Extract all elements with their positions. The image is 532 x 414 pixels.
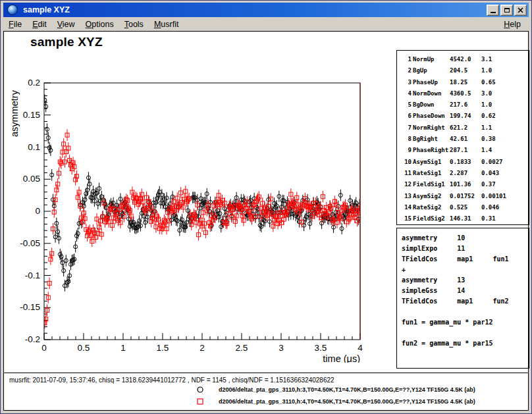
parameter-name: PhaseRight xyxy=(413,145,448,156)
theory-line: asymmetry 13 xyxy=(402,275,529,286)
parameter-error: 0.00101 xyxy=(481,191,529,202)
menu-items: FileEditViewOptionsToolsMusrfit xyxy=(3,18,184,30)
menu-item-tools[interactable]: Tools xyxy=(119,18,149,30)
svg-text:0.05: 0.05 xyxy=(23,174,40,184)
menu-item-musrfit[interactable]: Musrfit xyxy=(149,18,184,30)
parameter-no: 13 xyxy=(401,191,412,202)
x-axis-title: time (μs) xyxy=(323,353,360,363)
parameter-value: 217.6 xyxy=(450,99,480,111)
svg-text:3.5: 3.5 xyxy=(315,343,327,353)
theory-line: simpleGss 14 xyxy=(402,286,529,296)
parameter-row: 11RateSig12.2870.043 xyxy=(401,168,529,179)
parameter-value: 18.25 xyxy=(450,77,480,88)
parameter-no: 10 xyxy=(401,157,412,168)
parameter-no: 7 xyxy=(401,122,412,134)
svg-text:4: 4 xyxy=(358,343,363,353)
parameter-no: 8 xyxy=(401,134,412,145)
legend-entry: d2006/deltat_pta_gps_3110,h:4,T0=4.50K,T… xyxy=(196,398,475,405)
theory-line: simplExpo 11 xyxy=(402,244,529,254)
parameter-no: 15 xyxy=(401,213,412,224)
parameter-name: BgUp xyxy=(413,65,448,76)
menu-item-help[interactable]: Help xyxy=(498,18,526,30)
parameter-row: 14RateSig20.5250.046 xyxy=(401,202,529,213)
menu-bar: FileEditViewOptionsToolsMusrfit Help xyxy=(3,17,529,32)
parameter-no: 14 xyxy=(401,202,412,213)
parameter-row: 10AsymSig10.18330.0027 xyxy=(401,157,529,168)
parameter-no: 6 xyxy=(401,111,412,122)
asymmetry-plot[interactable]: 00.511.522.533.540.20.150.10.050-0.05-0.… xyxy=(8,40,393,363)
menu-items-right: Help xyxy=(498,18,526,30)
theory-line: fun2 = gamma_mu * par15 xyxy=(402,338,529,349)
parameter-error: 1.0 xyxy=(481,99,529,111)
svg-text:3: 3 xyxy=(279,343,284,353)
parameter-no: 1 xyxy=(401,54,412,65)
theory-panel: asymmetry 10simplExpo 11TFieldCos map1 f… xyxy=(396,228,529,369)
title-bar[interactable]: sample XYZ xyxy=(3,3,529,17)
parameter-no: 12 xyxy=(401,179,412,190)
parameter-row: 1NormUp4542.03.1 xyxy=(401,54,529,65)
parameter-name: RateSig1 xyxy=(413,168,448,179)
parameter-row: 8BgRight42.610.38 xyxy=(401,134,529,145)
parameter-name: BgRight xyxy=(413,134,448,145)
parameter-error: 0.37 xyxy=(481,179,529,190)
svg-text:-0.15: -0.15 xyxy=(20,302,40,312)
parameter-value: 287.1 xyxy=(450,145,480,156)
parameter-row: 9PhaseRight287.11.4 xyxy=(401,145,529,156)
parameter-row: 4NormDown4360.53.0 xyxy=(401,88,529,99)
close-button[interactable] xyxy=(514,5,527,16)
fit-statistics: musrfit: 2011-07-09, 15:37:46, chisq = 1… xyxy=(9,376,334,384)
info-panel: musrfit: 2011-07-09, 15:37:46, chisq = 1… xyxy=(4,373,528,410)
parameter-value: 0.525 xyxy=(450,202,480,213)
parameter-error: 1.1 xyxy=(481,122,529,134)
parameter-row: 3PhaseUp18.250.65 xyxy=(401,77,529,88)
svg-text:2.5: 2.5 xyxy=(236,343,248,353)
theory-line: asymmetry 10 xyxy=(402,233,529,244)
parameter-no: 5 xyxy=(401,99,412,111)
parameter-value: 42.61 xyxy=(450,134,480,145)
svg-text:0: 0 xyxy=(35,206,40,216)
svg-text:0.2: 0.2 xyxy=(28,78,40,88)
window-controls xyxy=(487,5,527,16)
menu-item-edit[interactable]: Edit xyxy=(27,18,52,30)
minimize-button[interactable] xyxy=(487,5,499,16)
maximize-icon xyxy=(504,8,510,13)
parameter-error: 0.046 xyxy=(481,202,529,213)
legend-marker-square-icon xyxy=(196,398,204,405)
parameter-error: 0.043 xyxy=(481,168,529,179)
legend-label: d2006/deltat_pta_gps_3110,h:3,T0=4.50K,T… xyxy=(219,386,475,393)
menu-item-view[interactable]: View xyxy=(52,18,80,30)
fit-parameters-panel: 1NormUp4542.03.12BgUp204.51.03PhaseUp18.… xyxy=(396,50,529,225)
legend-label: d2006/deltat_pta_gps_3110,h:4,T0=4.50K,T… xyxy=(219,398,475,405)
legend-marker-circle-icon xyxy=(196,386,204,394)
parameter-error: 0.0027 xyxy=(481,157,529,168)
maximize-button[interactable] xyxy=(500,5,513,16)
parameter-value: 621.2 xyxy=(450,122,480,134)
parameter-value: 2.287 xyxy=(450,168,480,179)
parameter-value: 0.01752 xyxy=(450,191,480,202)
theory-line xyxy=(402,307,529,317)
menu-item-options[interactable]: Options xyxy=(80,18,119,30)
parameter-row: 15FieldSig2146.310.31 xyxy=(401,213,529,224)
app-icon xyxy=(7,5,18,15)
parameter-name: BgDown xyxy=(413,99,448,111)
parameter-row: 7NormRight621.21.1 xyxy=(401,122,529,134)
parameter-value: 146.31 xyxy=(450,213,480,224)
parameter-name: NormRight xyxy=(413,122,448,134)
parameter-error: 0.65 xyxy=(481,77,529,88)
parameter-name: RateSig2 xyxy=(413,202,448,213)
parameter-value: 4542.0 xyxy=(450,54,480,65)
parameter-name: NormUp xyxy=(413,54,448,65)
parameter-row: 12FieldSig1101.360.37 xyxy=(401,179,529,190)
parameter-row: 6PhaseDown199.740.62 xyxy=(401,111,529,122)
parameter-name: NormDown xyxy=(413,88,448,99)
parameter-error: 0.38 xyxy=(481,134,529,145)
svg-text:0: 0 xyxy=(41,343,47,353)
parameter-error: 1.0 xyxy=(481,65,529,76)
menu-item-file[interactable]: File xyxy=(3,18,27,30)
svg-text:1.5: 1.5 xyxy=(157,343,169,353)
parameter-value: 204.5 xyxy=(450,65,480,76)
svg-text:1: 1 xyxy=(120,343,126,353)
svg-text:-0.2: -0.2 xyxy=(25,334,40,344)
close-icon xyxy=(518,7,523,13)
root-canvas[interactable]: sample XYZ 00.511.522.533.540.20.150.10.… xyxy=(3,31,529,411)
